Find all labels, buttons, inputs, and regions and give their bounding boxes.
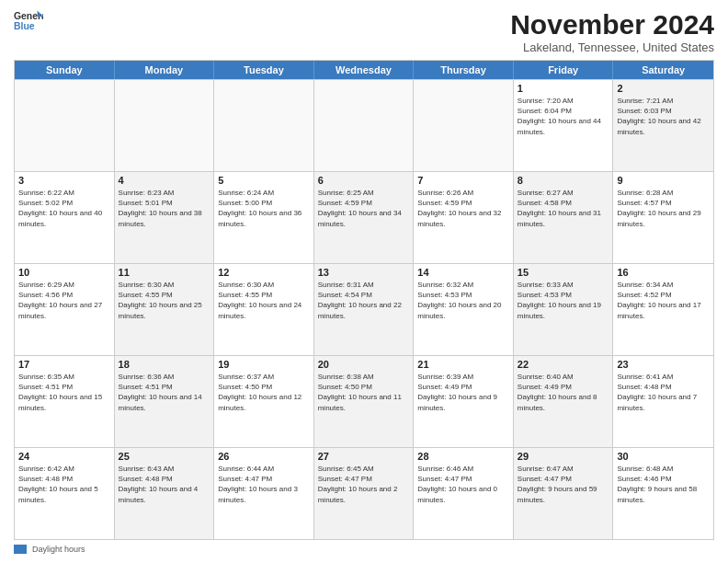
calendar-row-3: 17Sunrise: 6:35 AM Sunset: 4:51 PM Dayli… <box>15 355 713 447</box>
day-number: 19 <box>218 359 310 370</box>
day-number: 17 <box>18 359 110 370</box>
calendar-cell-27: 27Sunrise: 6:45 AM Sunset: 4:47 PM Dayli… <box>314 448 415 539</box>
weekday-header-tuesday: Tuesday <box>214 61 314 79</box>
day-info: Sunrise: 6:33 AM Sunset: 4:53 PM Dayligh… <box>518 280 609 321</box>
calendar-cell-18: 18Sunrise: 6:36 AM Sunset: 4:51 PM Dayli… <box>115 356 215 447</box>
day-info: Sunrise: 6:45 AM Sunset: 4:47 PM Dayligh… <box>318 464 410 505</box>
calendar-cell-28: 28Sunrise: 6:46 AM Sunset: 4:47 PM Dayli… <box>414 448 514 539</box>
calendar-row-2: 10Sunrise: 6:29 AM Sunset: 4:56 PM Dayli… <box>15 263 713 355</box>
day-number: 15 <box>518 267 609 278</box>
calendar-cell-29: 29Sunrise: 6:47 AM Sunset: 4:47 PM Dayli… <box>514 448 614 539</box>
day-info: Sunrise: 6:39 AM Sunset: 4:49 PM Dayligh… <box>417 372 509 413</box>
calendar-row-4: 24Sunrise: 6:42 AM Sunset: 4:48 PM Dayli… <box>15 447 713 539</box>
weekday-header-monday: Monday <box>115 61 215 79</box>
calendar-cell-26: 26Sunrise: 6:44 AM Sunset: 4:47 PM Dayli… <box>214 448 314 539</box>
day-info: Sunrise: 7:21 AM Sunset: 6:03 PM Dayligh… <box>617 96 710 137</box>
calendar-cell-4: 4Sunrise: 6:23 AM Sunset: 5:01 PM Daylig… <box>115 172 215 263</box>
day-number: 26 <box>218 451 310 462</box>
calendar-cell-22: 22Sunrise: 6:40 AM Sunset: 4:49 PM Dayli… <box>514 356 614 447</box>
day-info: Sunrise: 6:31 AM Sunset: 4:54 PM Dayligh… <box>318 280 410 321</box>
day-info: Sunrise: 6:37 AM Sunset: 4:50 PM Dayligh… <box>218 372 310 413</box>
day-info: Sunrise: 6:43 AM Sunset: 4:48 PM Dayligh… <box>119 464 210 505</box>
calendar-row-0: 1Sunrise: 7:20 AM Sunset: 6:04 PM Daylig… <box>15 79 713 171</box>
day-number: 23 <box>617 359 710 370</box>
day-number: 3 <box>18 175 110 186</box>
calendar-cell-13: 13Sunrise: 6:31 AM Sunset: 4:54 PM Dayli… <box>314 264 415 355</box>
day-info: Sunrise: 6:23 AM Sunset: 5:01 PM Dayligh… <box>119 188 210 229</box>
calendar-cell-empty-1 <box>115 80 215 171</box>
day-number: 5 <box>218 175 310 186</box>
calendar-cell-15: 15Sunrise: 6:33 AM Sunset: 4:53 PM Dayli… <box>514 264 614 355</box>
calendar-body: 1Sunrise: 7:20 AM Sunset: 6:04 PM Daylig… <box>15 79 713 539</box>
day-info: Sunrise: 6:32 AM Sunset: 4:53 PM Dayligh… <box>417 280 509 321</box>
day-number: 29 <box>518 451 609 462</box>
calendar-cell-21: 21Sunrise: 6:39 AM Sunset: 4:49 PM Dayli… <box>414 356 514 447</box>
day-number: 14 <box>417 267 509 278</box>
svg-text:Blue: Blue <box>14 21 35 31</box>
day-number: 6 <box>318 175 410 186</box>
month-title: November 2024 <box>510 9 714 40</box>
calendar-cell-8: 8Sunrise: 6:27 AM Sunset: 4:58 PM Daylig… <box>514 172 614 263</box>
day-info: Sunrise: 6:29 AM Sunset: 4:56 PM Dayligh… <box>18 280 110 321</box>
calendar-cell-14: 14Sunrise: 6:32 AM Sunset: 4:53 PM Dayli… <box>414 264 514 355</box>
day-info: Sunrise: 6:25 AM Sunset: 4:59 PM Dayligh… <box>318 188 410 229</box>
day-number: 12 <box>218 267 310 278</box>
calendar-cell-20: 20Sunrise: 6:38 AM Sunset: 4:50 PM Dayli… <box>314 356 415 447</box>
day-info: Sunrise: 6:44 AM Sunset: 4:47 PM Dayligh… <box>218 464 310 505</box>
day-info: Sunrise: 6:47 AM Sunset: 4:47 PM Dayligh… <box>518 464 609 505</box>
day-number: 10 <box>18 267 110 278</box>
day-number: 7 <box>417 175 509 186</box>
day-number: 9 <box>617 175 710 186</box>
calendar-cell-empty-4 <box>414 80 514 171</box>
weekday-header-wednesday: Wednesday <box>314 61 415 79</box>
legend-label: Daylight hours <box>32 545 85 554</box>
day-info: Sunrise: 6:22 AM Sunset: 5:02 PM Dayligh… <box>18 188 110 229</box>
calendar-cell-16: 16Sunrise: 6:34 AM Sunset: 4:52 PM Dayli… <box>613 264 713 355</box>
day-number: 21 <box>417 359 509 370</box>
calendar-cell-12: 12Sunrise: 6:30 AM Sunset: 4:55 PM Dayli… <box>214 264 314 355</box>
calendar-cell-11: 11Sunrise: 6:30 AM Sunset: 4:55 PM Dayli… <box>115 264 215 355</box>
location-subtitle: Lakeland, Tennessee, United States <box>510 40 714 54</box>
calendar-cell-25: 25Sunrise: 6:43 AM Sunset: 4:48 PM Dayli… <box>115 448 215 539</box>
page: General Blue November 2024 Lakeland, Ten… <box>0 0 728 563</box>
weekday-header-sunday: Sunday <box>15 61 115 79</box>
calendar-cell-23: 23Sunrise: 6:41 AM Sunset: 4:48 PM Dayli… <box>613 356 713 447</box>
logo: General Blue <box>14 9 43 35</box>
logo-icon: General Blue <box>14 9 43 35</box>
day-number: 4 <box>119 175 210 186</box>
calendar-cell-5: 5Sunrise: 6:24 AM Sunset: 5:00 PM Daylig… <box>214 172 314 263</box>
day-number: 25 <box>119 451 210 462</box>
day-info: Sunrise: 6:48 AM Sunset: 4:46 PM Dayligh… <box>617 464 710 505</box>
day-number: 2 <box>617 83 710 94</box>
calendar-header: SundayMondayTuesdayWednesdayThursdayFrid… <box>15 61 713 79</box>
day-info: Sunrise: 6:35 AM Sunset: 4:51 PM Dayligh… <box>18 372 110 413</box>
calendar-cell-2: 2Sunrise: 7:21 AM Sunset: 6:03 PM Daylig… <box>613 80 713 171</box>
legend: Daylight hours <box>14 545 714 554</box>
calendar-cell-6: 6Sunrise: 6:25 AM Sunset: 4:59 PM Daylig… <box>314 172 415 263</box>
calendar-cell-19: 19Sunrise: 6:37 AM Sunset: 4:50 PM Dayli… <box>214 356 314 447</box>
calendar-row-1: 3Sunrise: 6:22 AM Sunset: 5:02 PM Daylig… <box>15 171 713 263</box>
calendar-cell-24: 24Sunrise: 6:42 AM Sunset: 4:48 PM Dayli… <box>15 448 115 539</box>
title-block: November 2024 Lakeland, Tennessee, Unite… <box>510 9 714 54</box>
day-number: 24 <box>18 451 110 462</box>
day-number: 1 <box>518 83 609 94</box>
calendar: SundayMondayTuesdayWednesdayThursdayFrid… <box>14 60 714 540</box>
legend-color-box <box>14 545 27 554</box>
day-number: 30 <box>617 451 710 462</box>
day-info: Sunrise: 6:26 AM Sunset: 4:59 PM Dayligh… <box>417 188 509 229</box>
day-number: 28 <box>417 451 509 462</box>
weekday-header-thursday: Thursday <box>414 61 514 79</box>
calendar-cell-empty-2 <box>214 80 314 171</box>
weekday-header-friday: Friday <box>514 61 614 79</box>
day-info: Sunrise: 6:46 AM Sunset: 4:47 PM Dayligh… <box>417 464 509 505</box>
day-number: 18 <box>119 359 210 370</box>
day-info: Sunrise: 6:42 AM Sunset: 4:48 PM Dayligh… <box>18 464 110 505</box>
day-info: Sunrise: 6:41 AM Sunset: 4:48 PM Dayligh… <box>617 372 710 413</box>
day-number: 11 <box>119 267 210 278</box>
calendar-cell-3: 3Sunrise: 6:22 AM Sunset: 5:02 PM Daylig… <box>15 172 115 263</box>
day-number: 13 <box>318 267 410 278</box>
day-info: Sunrise: 6:27 AM Sunset: 4:58 PM Dayligh… <box>518 188 609 229</box>
calendar-cell-7: 7Sunrise: 6:26 AM Sunset: 4:59 PM Daylig… <box>414 172 514 263</box>
weekday-header-saturday: Saturday <box>613 61 713 79</box>
day-number: 16 <box>617 267 710 278</box>
